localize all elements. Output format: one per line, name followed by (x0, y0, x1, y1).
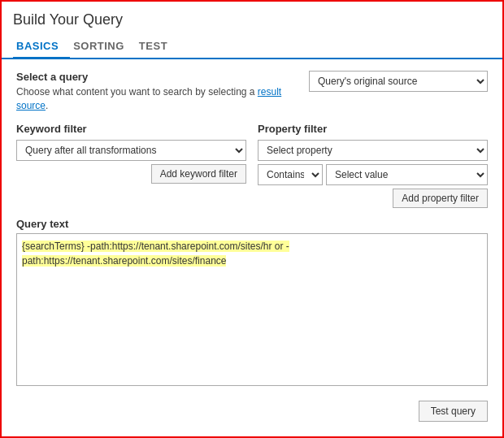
tab-basics[interactable]: BASICS (13, 35, 70, 59)
keyword-filter-section: Keyword filter Query after all transform… (16, 123, 246, 184)
content-area: Select a query Choose what content you w… (2, 59, 502, 436)
keyword-filter-label: Keyword filter (16, 123, 246, 135)
query-text-section: Query text {searchTerms} -path:https://t… (16, 218, 488, 386)
keyword-dropdown-row: Query after all transformations Query be… (16, 140, 246, 161)
select-query-dropdown[interactable]: Query's original source Local SharePoint… (309, 71, 488, 92)
select-query-title: Select a query (16, 71, 301, 83)
add-keyword-row: Add keyword filter (16, 164, 246, 184)
select-query-label-area: Select a query Choose what content you w… (16, 71, 301, 113)
select-property-dropdown[interactable]: Select property Author ContentType Title… (258, 140, 488, 161)
select-query-desc: Choose what content you want to search b… (16, 85, 301, 113)
contains-dropdown[interactable]: Contains Equals Starts with Not contains (258, 164, 323, 185)
add-property-filter-button[interactable]: Add property filter (393, 189, 488, 208)
property-filter-section: Property filter Select property Author C… (258, 123, 488, 208)
filters-row: Keyword filter Query after all transform… (16, 123, 488, 208)
add-keyword-button[interactable]: Add keyword filter (151, 164, 246, 184)
property-value-row: Contains Equals Starts with Not contains… (258, 164, 488, 185)
test-query-button[interactable]: Test query (419, 401, 488, 422)
property-filter-label: Property filter (258, 123, 488, 135)
tab-sorting[interactable]: SORTING (70, 35, 136, 58)
select-value-dropdown[interactable]: Select value (326, 164, 488, 185)
page-title: Build Your Query (2, 2, 502, 35)
select-query-dropdown-wrapper: Query's original source Local SharePoint… (309, 71, 488, 92)
query-text-highlighted: {searchTerms} -path:https://tenant.share… (22, 241, 289, 267)
keyword-filter-dropdown[interactable]: Query after all transformations Query be… (16, 140, 246, 161)
select-query-section: Select a query Choose what content you w… (16, 71, 488, 113)
tab-test[interactable]: TEST (136, 35, 179, 58)
property-filter-rows: Select property Author ContentType Title… (258, 140, 488, 185)
bottom-row: Test query (16, 396, 488, 425)
main-container: Build Your Query BASICS SORTING TEST Sel… (0, 0, 504, 438)
select-query-desc-text: Choose what content you want to search b… (16, 86, 255, 98)
add-property-filter-row: Add property filter (258, 189, 488, 208)
query-text-display[interactable]: {searchTerms} -path:https://tenant.share… (16, 233, 488, 386)
query-text-label: Query text (16, 218, 488, 230)
tabs-bar: BASICS SORTING TEST (2, 35, 502, 59)
